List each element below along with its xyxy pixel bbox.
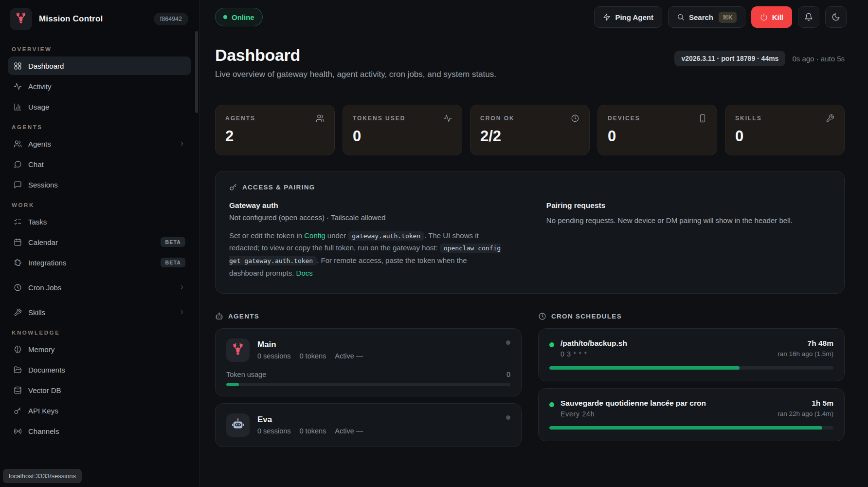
cron-status-dot: [549, 402, 554, 407]
notifications-button[interactable]: [798, 6, 819, 28]
agent-status-dot: [506, 415, 510, 420]
chevron-right-icon: [179, 140, 185, 147]
stat-card-header: AGENTS: [225, 114, 325, 123]
pairing-column: Pairing requests No pending requests. Ne…: [546, 201, 831, 280]
agent-info: Eva0 sessions0 tokensActive —: [257, 415, 363, 435]
sidebar-item-dashboard[interactable]: Dashboard: [8, 56, 191, 75]
build-hash-badge: f864942: [154, 13, 188, 25]
cron-timing: 7h 48mran 16h ago (1.5m): [770, 339, 833, 358]
agents-section-title: AGENTS: [228, 313, 259, 320]
wrench-icon: [14, 308, 22, 317]
message-square-icon: [14, 181, 22, 189]
cron-progress-fill: [549, 426, 822, 430]
cron-progress-track: [549, 426, 833, 430]
search-shortcut-kbd: ⌘K: [719, 12, 737, 23]
lobster-icon: [231, 342, 245, 358]
sidebar-scrollbar[interactable]: [195, 31, 198, 113]
cron-info: /path/to/backup.sh0 3 * * *: [561, 339, 627, 358]
sidebar-item-label: Sessions: [28, 181, 58, 189]
stat-card-value: 0: [353, 128, 452, 145]
kill-label: Kill: [772, 13, 783, 21]
topbar: Online Ping Agent Search ⌘K Kill: [199, 0, 868, 34]
sidebar-item-documents[interactable]: Documents: [8, 360, 191, 379]
sidebar-item-label: Skills: [28, 308, 45, 317]
agent-info: Main0 sessions0 tokensActive —: [257, 340, 363, 360]
calendar-icon: [14, 238, 22, 246]
cron-progress-track: [549, 366, 833, 370]
sidebar-item-calendar[interactable]: CalendarBETA: [8, 233, 191, 251]
cron-card-sauvegarde-quotidienne-lanc-e-par-cron[interactable]: Sauvegarde quotidienne lancée par cronEv…: [538, 388, 845, 441]
beta-badge: BETA: [161, 237, 185, 247]
stat-card-label: CRON OK: [480, 115, 515, 122]
link-status-tooltip: localhost:3333/sessions: [3, 469, 82, 483]
sidebar-item-channels[interactable]: Channels: [8, 422, 191, 440]
sidebar-item-label: Documents: [28, 366, 65, 374]
database-icon: [14, 386, 22, 394]
agent-name: Eva: [257, 415, 363, 425]
sidebar-item-label: Usage: [28, 103, 49, 111]
agent-sessions: 0 sessions: [257, 352, 291, 360]
usage-progress-fill: [226, 383, 239, 386]
sidebar-section-label-agents: AGENTS: [8, 118, 191, 134]
agent-card-row: Main0 sessions0 tokensActive —: [226, 338, 510, 362]
config-link[interactable]: Config: [304, 231, 325, 240]
ping-agent-button[interactable]: Ping Agent: [594, 6, 662, 28]
theme-toggle-button[interactable]: [825, 6, 847, 28]
kill-button[interactable]: Kill: [751, 6, 792, 28]
agent-card-eva[interactable]: Eva0 sessions0 tokensActive —: [215, 403, 522, 447]
agents-section-header: AGENTS: [215, 312, 522, 320]
cron-section-header: CRON SCHEDULES: [538, 312, 845, 320]
sidebar-item-sessions[interactable]: Sessions: [8, 175, 191, 194]
stat-card-cron-ok: CRON OK2/2: [470, 105, 590, 155]
refresh-status: 0s ago · auto 5s: [792, 55, 845, 63]
stat-card-label: DEVICES: [608, 115, 640, 122]
stat-cards-row: AGENTS2TOKENS USED0CRON OK2/2DEVICES0SKI…: [215, 105, 845, 155]
sidebar-item-label: Memory: [28, 345, 54, 354]
access-pairing-card: ACCESS & PAIRING Gateway auth Not config…: [215, 171, 845, 294]
cron-section: CRON SCHEDULES /path/to/backup.sh0 3 * *…: [538, 312, 845, 454]
cron-next-run: 7h 48m: [778, 339, 833, 348]
sidebar-item-agents[interactable]: Agents: [8, 134, 191, 153]
dashboard-icon: [14, 62, 22, 70]
online-label: Online: [232, 13, 254, 21]
power-icon: [760, 13, 768, 21]
stat-card-skills: SKILLS0: [725, 105, 845, 155]
sidebar-item-tasks[interactable]: Tasks: [8, 212, 191, 231]
cron-card-row: /path/to/backup.sh0 3 * * *7h 48mran 16h…: [549, 339, 833, 358]
sidebar-item-skills[interactable]: Skills: [8, 303, 191, 321]
folder-icon: [14, 366, 22, 374]
cron-card-path-to-backup-sh[interactable]: /path/to/backup.sh0 3 * * *7h 48mran 16h…: [538, 328, 845, 381]
sidebar-item-memory[interactable]: Memory: [8, 340, 191, 358]
clock-icon: [14, 283, 22, 292]
agent-meta: 0 sessions0 tokensActive —: [257, 352, 363, 360]
sidebar-item-usage[interactable]: Usage: [8, 97, 191, 116]
agents-section: AGENTS Main0 sessions0 tokensActive —Tok…: [215, 312, 522, 454]
search-button[interactable]: Search ⌘K: [668, 6, 745, 28]
sidebar-item-activity[interactable]: Activity: [8, 77, 191, 95]
cron-progress-fill: [549, 366, 740, 370]
search-label: Search: [689, 13, 713, 21]
gateway-auth-status: Not configured (open access) · Tailscale…: [229, 213, 519, 222]
sidebar-item-cron-jobs[interactable]: Cron Jobs: [8, 278, 191, 297]
agent-active: Active —: [335, 352, 363, 360]
robot-avatar-icon: [231, 417, 245, 433]
cron-schedule: 0 3 * * *: [561, 350, 627, 358]
docs-link[interactable]: Docs: [296, 269, 313, 277]
pairing-text: No pending requests. New device or DM pa…: [546, 215, 809, 226]
cron-next-run: 1h 5m: [778, 399, 833, 408]
agent-card-main[interactable]: Main0 sessions0 tokensActive —Token usag…: [215, 328, 522, 396]
cron-card-row: Sauvegarde quotidienne lancée par cronEv…: [549, 399, 833, 418]
sidebar-item-api-keys[interactable]: API Keys: [8, 401, 191, 420]
sidebar-item-vector-db[interactable]: Vector DB: [8, 381, 191, 399]
stat-card-value: 2/2: [480, 128, 579, 145]
stat-card-label: SKILLS: [735, 115, 762, 122]
key-icon: [14, 407, 22, 415]
sidebar-item-chat[interactable]: Chat: [8, 155, 191, 173]
agent-tokens: 0 tokens: [300, 352, 326, 360]
agent-avatar: [226, 338, 250, 362]
sidebar-item-label: Channels: [28, 427, 59, 435]
agent-token-usage: Token usage0: [226, 371, 510, 386]
sidebar-item-integrations[interactable]: IntegrationsBETA: [8, 253, 191, 272]
chevron-right-icon: [179, 284, 185, 291]
agent-card-row: Eva0 sessions0 tokensActive —: [226, 413, 510, 437]
